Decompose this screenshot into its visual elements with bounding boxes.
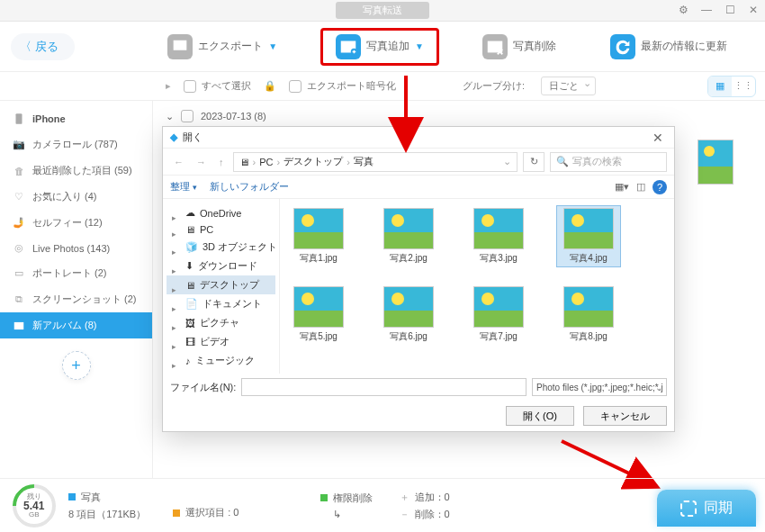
open-button[interactable]: 開く(O)	[506, 406, 574, 426]
organize-menu[interactable]: 整理▾	[170, 180, 197, 194]
sidebar-item-active[interactable]: 新アルバム (8)	[0, 312, 152, 338]
gear-icon[interactable]: ⚙	[675, 2, 691, 18]
export-button[interactable]: エクスポート ▼	[157, 29, 288, 65]
expand-row-icon[interactable]: ▸	[166, 80, 171, 92]
file-name: 写真6.jpg	[390, 330, 428, 343]
tree-item[interactable]: ▸🖥デスクトップ	[166, 275, 275, 294]
add-album-button[interactable]: +	[62, 351, 91, 380]
new-folder-button[interactable]: 新しいフォルダー	[210, 180, 289, 194]
tree-item[interactable]: ▸☁OneDrive	[166, 204, 275, 221]
photos-label: 写真	[81, 491, 101, 504]
tree-item[interactable]: ▸🧊3D オブジェクト	[166, 238, 275, 257]
image-thumbnail	[293, 208, 344, 249]
tree-label: ピクチャ	[200, 316, 239, 329]
tree-item[interactable]: ▸🖼ピクチャ	[166, 313, 275, 332]
del-count: 削除：0	[415, 508, 450, 521]
sidebar-item[interactable]: 🤳セルフィー (12)	[0, 210, 152, 236]
nav-forward-icon[interactable]: →	[193, 157, 210, 167]
help-icon[interactable]: ?	[652, 180, 667, 194]
folder-icon: ⬇	[185, 260, 194, 272]
tree-item[interactable]: ▸⬇ダウンロード	[166, 257, 275, 275]
group-checkbox[interactable]	[181, 110, 194, 122]
crumb[interactable]: 写真	[354, 155, 374, 168]
file-item[interactable]: 写真4.jpg	[557, 206, 620, 266]
file-item[interactable]: 写真7.jpg	[467, 284, 530, 345]
export-label: エクスポート	[198, 39, 263, 54]
tree-item[interactable]: ▸♪ミュージック	[166, 351, 275, 370]
sidebar-icon: ♡	[13, 191, 25, 203]
file-open-dialog: ◆ 開く ✕ ← → ↑ 🖥› PC› デスクトップ› 写真 ⌄ ↻ 🔍 写真の…	[162, 126, 675, 432]
tree-item[interactable]: ▸🎞ビデオ	[166, 332, 275, 351]
dot-icon	[68, 493, 76, 500]
sidebar-item-label: 最近削除した項目 (59)	[32, 164, 132, 177]
sidebar-item-label: スクリーンショット (2)	[32, 293, 137, 306]
close-icon[interactable]: ✕	[745, 2, 761, 18]
view-mode-icon[interactable]: ▦▾	[615, 181, 629, 193]
tree-label: 3D オブジェクト	[202, 240, 277, 254]
crumb[interactable]: PC	[259, 157, 273, 167]
tree-item[interactable]: ▸🖥PC	[166, 221, 275, 238]
file-item[interactable]: 写真1.jpg	[287, 206, 350, 266]
filename-input[interactable]	[241, 378, 526, 396]
svg-rect-2	[14, 321, 24, 329]
chevron-down-icon[interactable]: ⌄	[503, 156, 511, 167]
lock-icon: 🔒	[264, 80, 276, 92]
file-item[interactable]: 写真3.jpg	[467, 206, 530, 266]
sidebar-icon: 🗑	[13, 166, 25, 176]
dialog-close-icon[interactable]: ✕	[649, 131, 667, 145]
file-item[interactable]: 写真2.jpg	[377, 206, 440, 266]
minimize-icon[interactable]: ―	[698, 2, 715, 18]
collapse-icon: ⌄	[166, 111, 174, 122]
sidebar-item[interactable]: 🗑最近削除した項目 (59)	[0, 158, 152, 184]
window-title: 写真転送	[336, 2, 429, 19]
device-header[interactable]: iPhone	[0, 106, 152, 131]
select-all-checkbox[interactable]	[184, 80, 196, 93]
reload-icon[interactable]: ↻	[523, 152, 544, 172]
image-thumbnail	[473, 286, 524, 328]
preview-pane-icon[interactable]: ◫	[636, 181, 645, 193]
path-breadcrumb[interactable]: 🖥› PC› デスクトップ› 写真 ⌄	[233, 152, 518, 172]
cancel-button[interactable]: キャンセル	[583, 406, 667, 426]
tree-label: デスクトップ	[200, 278, 259, 292]
back-button[interactable]: 〈 戻る	[11, 33, 75, 60]
folder-icon: 📄	[185, 298, 198, 310]
album-icon	[13, 320, 25, 332]
search-input[interactable]: 🔍 写真の検索	[550, 152, 667, 172]
file-item[interactable]: 写真6.jpg	[377, 284, 440, 345]
file-name: 写真8.jpg	[570, 330, 608, 343]
filename-label: ファイル名(N):	[170, 381, 236, 394]
sync-label: 同期	[704, 499, 733, 518]
crumb[interactable]: デスクトップ	[284, 155, 343, 168]
group-select[interactable]: 日ごと	[541, 77, 596, 95]
sidebar-item[interactable]: 📷カメラロール (787)	[0, 131, 152, 158]
sidebar-item[interactable]: ♡お気に入り (4)	[0, 184, 152, 210]
group-date-label: 2023-07-13 (8)	[201, 111, 266, 122]
photos-detail: 8 項目（171KB）	[68, 508, 146, 521]
maximize-icon[interactable]: ☐	[722, 2, 738, 18]
selected-label: 選択項目 : 0	[185, 506, 238, 519]
nav-up-icon[interactable]: ↑	[215, 157, 228, 167]
sync-button[interactable]: 同期	[657, 490, 756, 527]
refresh-button[interactable]: 最新の情報に更新	[599, 29, 738, 65]
add-photo-icon	[336, 34, 361, 59]
nav-back-icon[interactable]: ←	[170, 157, 187, 167]
file-name: 写真2.jpg	[390, 252, 428, 265]
file-item[interactable]: 写真5.jpg	[287, 284, 350, 345]
sidebar-item[interactable]: ⧉スクリーンショット (2)	[0, 286, 152, 312]
add-photo-button[interactable]: 写真追加 ▼	[320, 28, 439, 66]
list-view-icon[interactable]: ⋮⋮	[732, 77, 755, 96]
folder-icon: 🖥	[185, 280, 195, 291]
tree-item[interactable]: ▸📄ドキュメント	[166, 294, 275, 313]
sidebar-item[interactable]: ▭ポートレート (2)	[0, 260, 152, 286]
date-group-header[interactable]: ⌄ 2023-07-13 (8)	[166, 110, 752, 122]
file-item[interactable]: 写真8.jpg	[557, 284, 620, 345]
filetype-filter[interactable]: Photo files (*.jpg;*.jpeg;*.heic;*.j	[532, 378, 667, 396]
encrypt-checkbox[interactable]	[289, 80, 302, 93]
back-label: 戻る	[35, 39, 58, 55]
delete-photo-label: 写真削除	[513, 39, 556, 54]
sidebar-item[interactable]: ◎Live Photos (143)	[0, 236, 152, 260]
grid-view-icon[interactable]: ▦	[708, 77, 732, 96]
image-thumbnail	[563, 286, 614, 328]
delete-photo-button[interactable]: 写真削除	[472, 29, 567, 65]
status-footer: 残り 5.41 GB 写真 8 項目（171KB） 選択項目 : 0 権限削除 …	[0, 478, 765, 532]
